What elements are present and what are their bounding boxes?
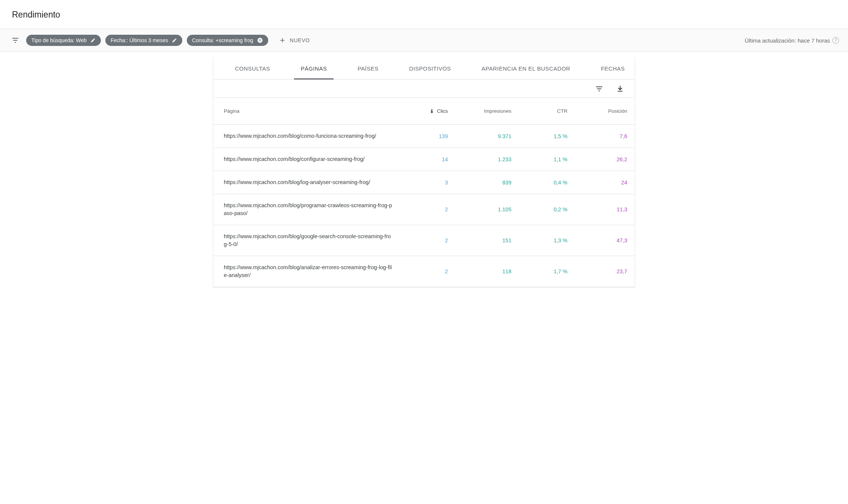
cell-clicks: 14 [399, 156, 448, 162]
cell-page[interactable]: https://www.mjcachon.com/blog/configurar… [224, 155, 399, 163]
table-row[interactable]: https://www.mjcachon.com/blog/analizar-e… [213, 256, 635, 287]
help-icon[interactable]: ? [832, 37, 839, 44]
cell-position: 23,7 [567, 268, 627, 274]
new-label: NUEVO [290, 37, 310, 43]
cell-position: 47,3 [567, 237, 627, 243]
tabs: CONSULTAS PÁGINAS PAÍSES DISPOSITIVOS AP… [213, 57, 635, 80]
cell-ctr: 1,1 % [511, 156, 567, 162]
cell-position: 26,2 [567, 156, 627, 162]
chip-label: Fecha:: Últimos 3 meses [111, 37, 168, 43]
filter-icon[interactable] [9, 35, 22, 46]
cell-position: 11,3 [567, 206, 627, 212]
chip-search-type[interactable]: Tipo de búsqueda: Web [26, 35, 101, 46]
table-header: Página Clics Impresiones CTR Posición [213, 98, 635, 125]
chip-label: Tipo de búsqueda: Web [31, 37, 87, 43]
tab-paginas[interactable]: PÁGINAS [294, 57, 334, 79]
cell-impressions: 9.371 [448, 133, 511, 139]
tab-apariencia[interactable]: APARIENCIA EN EL BUSCADOR [475, 57, 577, 79]
tab-consultas[interactable]: CONSULTAS [228, 57, 277, 79]
pencil-icon [172, 38, 177, 43]
cell-impressions: 151 [448, 237, 511, 243]
cell-clicks: 2 [399, 206, 448, 212]
table-row[interactable]: https://www.mjcachon.com/blog/google-sea… [213, 225, 635, 256]
col-impressions[interactable]: Impresiones [448, 108, 511, 114]
filter-bar: Tipo de búsqueda: Web Fecha:: Últimos 3 … [0, 29, 848, 52]
last-update: Última actualización: hace 7 horas ? [745, 37, 839, 44]
cell-ctr: 0,2 % [511, 206, 567, 212]
chip-query[interactable]: Consulta: +screaming frog [187, 35, 268, 46]
tab-fechas[interactable]: FECHAS [594, 57, 632, 79]
col-page[interactable]: Página [224, 108, 399, 114]
tab-paises[interactable]: PAÍSES [351, 57, 385, 79]
close-icon[interactable] [257, 37, 263, 43]
pencil-icon [90, 38, 96, 43]
col-clicks-label: Clics [437, 108, 448, 114]
plus-icon [279, 37, 286, 44]
col-ctr[interactable]: CTR [511, 108, 567, 114]
cell-impressions: 1.105 [448, 206, 511, 212]
page-title: Rendimiento [12, 10, 836, 20]
table-body: https://www.mjcachon.com/blog/como-funci… [213, 125, 635, 287]
cell-page[interactable]: https://www.mjcachon.com/blog/google-sea… [224, 233, 399, 248]
col-clicks[interactable]: Clics [399, 108, 448, 114]
chip-label: Consulta: +screaming frog [192, 37, 253, 43]
cell-page[interactable]: https://www.mjcachon.com/blog/como-funci… [224, 132, 399, 140]
sort-desc-icon [429, 108, 435, 114]
cell-clicks: 3 [399, 180, 448, 186]
cell-page[interactable]: https://www.mjcachon.com/blog/programar-… [224, 202, 399, 217]
chip-date-range[interactable]: Fecha:: Últimos 3 meses [105, 35, 182, 46]
cell-page[interactable]: https://www.mjcachon.com/blog/analizar-e… [224, 264, 399, 279]
page-header: Rendimiento [0, 0, 848, 29]
col-position[interactable]: Posición [567, 108, 627, 114]
cell-clicks: 2 [399, 237, 448, 243]
table-filter-icon[interactable] [595, 85, 603, 93]
cell-impressions: 1.233 [448, 156, 511, 162]
table-row[interactable]: https://www.mjcachon.com/blog/como-funci… [213, 125, 635, 148]
table-toolbar [213, 80, 635, 98]
cell-position: 7,6 [567, 133, 627, 139]
table-row[interactable]: https://www.mjcachon.com/blog/programar-… [213, 194, 635, 225]
cell-clicks: 2 [399, 268, 448, 274]
cell-page[interactable]: https://www.mjcachon.com/blog/log-analys… [224, 178, 399, 186]
results-card: CONSULTAS PÁGINAS PAÍSES DISPOSITIVOS AP… [213, 57, 635, 287]
cell-clicks: 139 [399, 133, 448, 139]
last-update-text: Última actualización: hace 7 horas [745, 37, 830, 44]
cell-ctr: 1,3 % [511, 237, 567, 243]
table-row[interactable]: https://www.mjcachon.com/blog/log-analys… [213, 171, 635, 194]
tab-dispositivos[interactable]: DISPOSITIVOS [402, 57, 458, 79]
table-row[interactable]: https://www.mjcachon.com/blog/configurar… [213, 148, 635, 171]
cell-impressions: 118 [448, 268, 511, 274]
new-filter-button[interactable]: NUEVO [275, 34, 314, 46]
cell-impressions: 839 [448, 180, 511, 186]
cell-ctr: 0,4 % [511, 180, 567, 186]
cell-position: 24 [567, 180, 627, 186]
cell-ctr: 1,5 % [511, 133, 567, 139]
download-icon[interactable] [616, 85, 624, 93]
cell-ctr: 1,7 % [511, 268, 567, 274]
